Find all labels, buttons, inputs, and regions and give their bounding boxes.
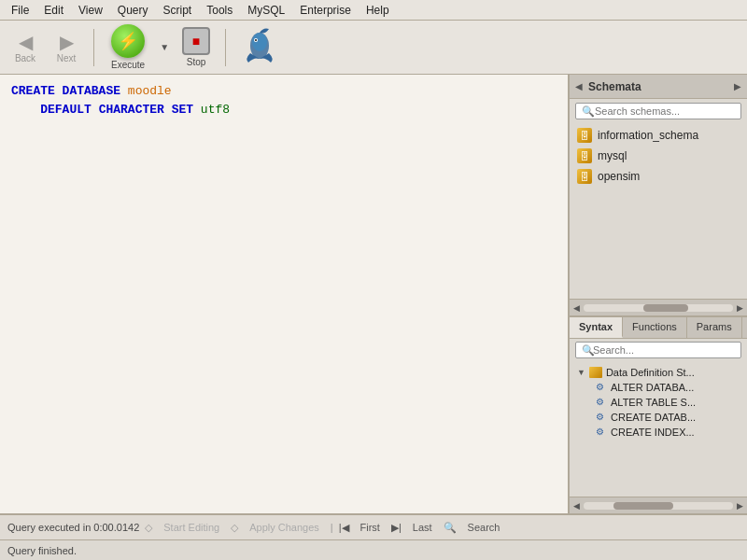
next-label: Next	[57, 53, 77, 63]
syntax-scrollbar[interactable]: ◀ ▶	[570, 497, 747, 513]
schema-item-information-schema[interactable]: 🗄 information_schema	[570, 125, 747, 146]
first-button[interactable]: First	[355, 520, 386, 535]
execute-button[interactable]: ⚡ Execute	[104, 21, 152, 74]
first-icon: |◀	[339, 522, 349, 534]
schema-item-opensim[interactable]: 🗄 opensim	[570, 166, 747, 187]
last-button[interactable]: Last	[407, 520, 438, 535]
toolbar-sep-2	[225, 29, 226, 66]
tab-syntax[interactable]: Syntax	[570, 317, 623, 338]
tree-item-create-database[interactable]: ⚙ CREATE DATAB...	[573, 410, 743, 425]
schemata-collapse-icon[interactable]: ◀	[575, 81, 583, 91]
stop-button[interactable]: ■ Stop	[176, 23, 216, 71]
toolbar-sep-1	[93, 29, 94, 66]
menubar: File Edit View Query Script Tools MySQL …	[0, 0, 747, 21]
stop-icon: ■	[182, 27, 210, 55]
tree-item-icon-2: ⚙	[596, 397, 607, 408]
execute-label: Execute	[111, 60, 145, 70]
tree-item-label-4: CREATE INDEX...	[611, 427, 695, 438]
syntax-tree: ▼ Data Definition St... ⚙ ALTER DATABA..…	[570, 361, 747, 497]
execute-dropdown-icon: ▼	[160, 42, 169, 52]
search-icon: 🔍	[444, 522, 457, 534]
execute-dropdown[interactable]: ▼	[158, 40, 171, 54]
tree-item-label-3: CREATE DATAB...	[611, 412, 696, 423]
syntax-search-input[interactable]	[575, 342, 741, 358]
schema-name-mysql: mysql	[598, 149, 627, 162]
status-sep-3: |	[331, 522, 333, 533]
back-icon: ◀	[19, 31, 33, 53]
syntax-search-area: 🔍	[570, 339, 747, 361]
main-area: CREATE DATABASE moodle DEFAULT CHARACTER…	[0, 75, 747, 513]
bottom-status-text: Query finished.	[7, 545, 77, 556]
syntax-scroll-track	[584, 502, 733, 510]
tree-folder-icon	[589, 367, 602, 378]
menu-view[interactable]: View	[71, 2, 110, 19]
tree-item-icon-4: ⚙	[596, 427, 607, 438]
dolphin-icon	[243, 25, 276, 63]
next-icon: ▶	[60, 31, 74, 53]
menu-help[interactable]: Help	[359, 2, 397, 19]
schema-name-opensim: opensim	[598, 170, 640, 183]
syntax-scroll-left[interactable]: ◀	[571, 501, 582, 511]
syntax-scroll-thumb	[613, 502, 673, 510]
syntax-scroll-right[interactable]: ▶	[735, 501, 745, 511]
search-button[interactable]: Search	[462, 520, 506, 535]
tree-group-dds: ▼ Data Definition St... ⚙ ALTER DATABA..…	[570, 363, 747, 441]
tree-item-label-2: ALTER TABLE S...	[611, 397, 696, 408]
back-button[interactable]: ◀ Back	[7, 27, 43, 67]
apply-changes-button[interactable]: Apply Changes	[244, 520, 325, 535]
status-sep-1: ◇	[145, 522, 152, 534]
tree-item-label-1: ALTER DATABA...	[611, 382, 694, 393]
schemata-expand-icon[interactable]: ▶	[734, 81, 741, 91]
schemata-scroll-right[interactable]: ▶	[735, 303, 745, 313]
statusbar: Query executed in 0:00.0142 ◇ Start Edit…	[0, 513, 747, 539]
menu-query[interactable]: Query	[110, 2, 156, 19]
query-status-text: Query executed in 0:00.0142	[7, 522, 139, 533]
schemata-list: 🗄 information_schema 🗄 mysql 🗄 opensim	[570, 123, 747, 299]
menu-edit[interactable]: Edit	[36, 2, 71, 19]
editor-panel: CREATE DATABASE moodle DEFAULT CHARACTER…	[0, 75, 570, 513]
svg-point-3	[255, 39, 257, 41]
schemata-panel: ◀ Schemata ▶ 🔍 🗄 information_schema 🗄 my…	[570, 75, 747, 317]
tree-item-create-index[interactable]: ⚙ CREATE INDEX...	[573, 425, 743, 440]
schema-item-mysql[interactable]: 🗄 mysql	[570, 146, 747, 166]
menu-mysql[interactable]: MySQL	[240, 2, 292, 19]
schemata-search-input[interactable]	[575, 103, 741, 119]
syntax-search-icon: 🔍	[582, 344, 595, 356]
syntax-panel: Syntax Functions Params 🔍 ▼ Data Definit…	[570, 317, 747, 513]
schema-icon: 🗄	[577, 128, 592, 143]
schemata-title: Schemata	[588, 80, 734, 93]
tab-params[interactable]: Params	[687, 317, 742, 338]
schema-icon-mysql: 🗄	[577, 148, 592, 163]
tree-item-alter-table[interactable]: ⚙ ALTER TABLE S...	[573, 395, 743, 410]
schemata-scrollbar[interactable]: ◀ ▶	[570, 299, 747, 315]
mysql-dolphin-button[interactable]	[239, 21, 280, 73]
tab-functions[interactable]: Functions	[623, 317, 687, 338]
tree-group-label: Data Definition St...	[606, 367, 695, 378]
menu-tools[interactable]: Tools	[199, 2, 240, 19]
execute-icon: ⚡	[111, 24, 145, 58]
right-panel: ◀ Schemata ▶ 🔍 🗄 information_schema 🗄 my…	[570, 75, 747, 513]
menu-enterprise[interactable]: Enterprise	[292, 2, 359, 19]
toolbar: ◀ Back ▶ Next ⚡ Execute ▼ ■ Stop	[0, 21, 747, 75]
schemata-scroll-left[interactable]: ◀	[571, 303, 582, 313]
tree-item-icon-3: ⚙	[596, 412, 607, 423]
schema-icon-opensim: 🗄	[577, 169, 592, 184]
syntax-tabs: Syntax Functions Params	[570, 317, 747, 339]
schema-name-information-schema: information_schema	[598, 129, 698, 142]
stop-label: Stop	[187, 57, 206, 67]
status-sep-2: ◇	[231, 522, 238, 534]
tree-item-icon-1: ⚙	[596, 382, 607, 393]
svg-point-1	[252, 33, 267, 51]
schemata-scroll-thumb	[643, 304, 688, 312]
start-editing-button[interactable]: Start Editing	[158, 520, 225, 535]
schemata-header: ◀ Schemata ▶	[570, 75, 747, 99]
menu-script[interactable]: Script	[156, 2, 200, 19]
query-editor[interactable]: CREATE DATABASE moodle DEFAULT CHARACTER…	[0, 75, 568, 513]
menu-file[interactable]: File	[4, 2, 36, 19]
tree-collapse-icon: ▼	[577, 368, 585, 377]
last-icon: ▶|	[391, 522, 402, 534]
next-button[interactable]: ▶ Next	[49, 27, 84, 67]
tree-item-alter-database[interactable]: ⚙ ALTER DATABA...	[573, 380, 743, 395]
tree-group-header-dds[interactable]: ▼ Data Definition St...	[573, 365, 743, 380]
schemata-search-area: 🔍	[570, 99, 747, 123]
